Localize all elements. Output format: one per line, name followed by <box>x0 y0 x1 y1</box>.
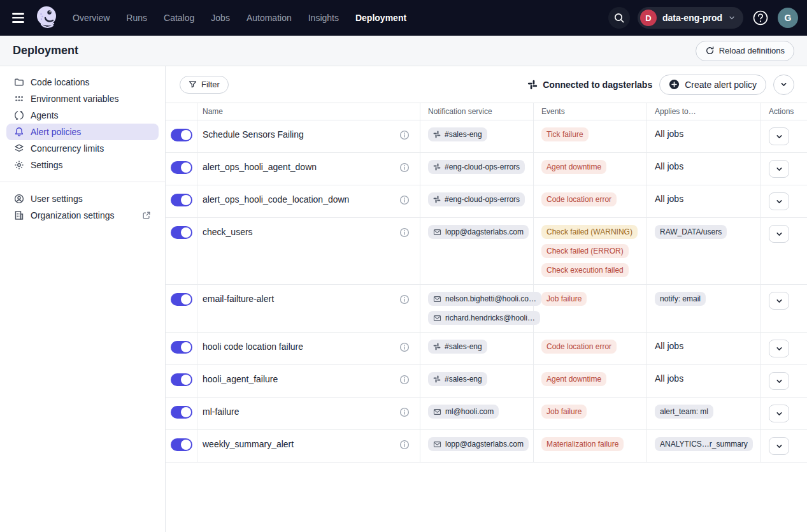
chevron-down-icon <box>728 14 736 22</box>
policy-name: hooli_agent_failure <box>203 374 278 384</box>
applies-to-cell: All jobs <box>647 120 761 152</box>
alert-policy-row: check_userslopp@dagsterlabs.comCheck fai… <box>166 218 807 285</box>
nav-item-deployment[interactable]: Deployment <box>355 13 406 23</box>
actions-cell <box>761 333 807 364</box>
chevron-down-icon <box>775 165 783 173</box>
nav-item-runs[interactable]: Runs <box>126 13 147 23</box>
nav-item-automation[interactable]: Automation <box>246 13 292 23</box>
actions-cell <box>761 430 807 462</box>
policy-name: email-failture-alert <box>203 294 274 304</box>
events-cell: Tick failure <box>534 120 647 152</box>
applies-to-cell: All jobs <box>647 333 761 364</box>
event-badge: Materialization failure <box>541 437 624 451</box>
hamburger-menu-icon[interactable] <box>10 10 25 25</box>
row-actions-button[interactable] <box>769 437 789 455</box>
sidebar-item-organization-settings[interactable]: Organization settings <box>6 207 159 224</box>
name-cell: hooli_agent_failure <box>197 365 420 397</box>
slack-icon <box>433 196 441 203</box>
enable-toggle[interactable] <box>171 293 192 306</box>
events-cell: Job failure <box>534 398 647 429</box>
enable-toggle[interactable] <box>171 373 192 386</box>
notification-label: richard.hendricks@hooli… <box>445 313 535 322</box>
info-icon[interactable] <box>399 195 410 205</box>
row-actions-button[interactable] <box>769 127 789 145</box>
row-actions-button[interactable] <box>769 225 789 243</box>
enable-toggle[interactable] <box>171 161 192 174</box>
enable-toggle[interactable] <box>171 438 192 451</box>
row-actions-button[interactable] <box>769 372 789 390</box>
alert-policy-row: email-failture-alertnelson.bighetti@hool… <box>166 285 807 333</box>
connected-label: Connected to dagsterlabs <box>543 80 652 90</box>
info-icon[interactable] <box>399 130 410 140</box>
applies-to-cell: All jobs <box>647 185 761 217</box>
alert-policies-table: Schedule Sensors Failing#sales-engTick f… <box>166 120 807 463</box>
sidebar-item-concurrency-limits[interactable]: Concurrency limits <box>6 140 159 157</box>
notification-service-cell: ml@hooli.com <box>420 398 534 429</box>
info-icon[interactable] <box>399 294 410 305</box>
enable-toggle[interactable] <box>171 341 192 354</box>
row-actions-button[interactable] <box>769 192 789 210</box>
toggle-cell <box>166 120 197 152</box>
enable-toggle[interactable] <box>171 406 192 419</box>
column-header-actions: Actions <box>761 103 807 120</box>
name-cell: check_users <box>197 218 420 284</box>
deployment-switcher[interactable]: D data-eng-prod <box>638 7 743 29</box>
sidebar-item-agents[interactable]: Agents <box>6 107 159 124</box>
nav-item-insights[interactable]: Insights <box>308 13 339 23</box>
deployment-switcher-label: data-eng-prod <box>662 13 722 23</box>
bell-icon <box>14 127 24 137</box>
column-header-events: Events <box>534 103 647 120</box>
chevron-down-icon <box>775 133 783 141</box>
applies-to-cell: notify: email <box>647 285 761 332</box>
info-icon[interactable] <box>399 440 410 450</box>
more-actions-dropdown-button[interactable] <box>773 75 794 95</box>
page-header: Deployment Reload definitions <box>0 36 807 66</box>
info-icon[interactable] <box>399 162 410 173</box>
sidebar-item-user-settings[interactable]: User settings <box>6 191 159 207</box>
primary-nav: OverviewRunsCatalogJobsAutomationInsight… <box>73 13 406 23</box>
sidebar-item-label: Organization settings <box>31 210 115 220</box>
filter-button[interactable]: Filter <box>180 76 229 94</box>
enable-toggle[interactable] <box>171 226 192 239</box>
chevron-down-icon <box>775 345 783 353</box>
help-button[interactable] <box>751 8 770 27</box>
sidebar-item-label: Environment variables <box>31 94 119 104</box>
applies-to-cell: All jobs <box>647 153 761 185</box>
sidebar-item-environment-variables[interactable]: Environment variables <box>6 90 159 107</box>
enable-toggle[interactable] <box>171 129 192 141</box>
notification-service-cell: nelson.bighetti@hooli.co…richard.hendric… <box>420 285 534 332</box>
sidebar-item-settings[interactable]: Settings <box>6 157 159 173</box>
info-icon[interactable] <box>399 342 410 352</box>
enable-toggle[interactable] <box>171 194 192 206</box>
dagster-logo[interactable] <box>34 4 59 32</box>
sidebar-item-label: Code locations <box>31 77 90 87</box>
chevron-down-icon <box>775 442 783 450</box>
notification-badge: #eng-cloud-ops-errors <box>428 160 525 174</box>
info-icon[interactable] <box>399 227 410 238</box>
gear-icon <box>14 160 24 170</box>
sidebar-item-alert-policies[interactable]: Alert policies <box>6 124 159 140</box>
applies-to-cell: RAW_DATA/users <box>647 218 761 284</box>
user-avatar[interactable]: G <box>778 8 798 28</box>
row-actions-button[interactable] <box>769 160 789 178</box>
create-alert-policy-button[interactable]: Create alert policy <box>659 75 766 95</box>
actions-cell <box>761 185 807 217</box>
sidebar-item-code-locations[interactable]: Code locations <box>6 74 159 90</box>
reload-definitions-button[interactable]: Reload definitions <box>696 41 794 61</box>
name-cell: alert_ops_hooli_agent_down <box>197 153 420 185</box>
nav-item-jobs[interactable]: Jobs <box>211 13 230 23</box>
alert-policy-row: hooli code location failure#sales-engCod… <box>166 333 807 365</box>
row-actions-button[interactable] <box>769 292 789 310</box>
info-icon[interactable] <box>399 407 410 417</box>
events-cell: Job failure <box>534 285 647 332</box>
nav-item-overview[interactable]: Overview <box>73 13 110 23</box>
alert-policy-row: ml-failureml@hooli.comJob failurealert_t… <box>166 398 807 430</box>
row-actions-button[interactable] <box>769 340 789 357</box>
row-actions-button[interactable] <box>769 405 789 422</box>
info-icon[interactable] <box>399 375 410 385</box>
name-cell: email-failture-alert <box>197 285 420 332</box>
nav-item-catalog[interactable]: Catalog <box>164 13 194 23</box>
search-button[interactable] <box>608 7 630 29</box>
slack-connection-status: Connected to dagsterlabs <box>527 80 652 90</box>
alert-policy-row: hooli_agent_failure#sales-engAgent downt… <box>166 365 807 398</box>
